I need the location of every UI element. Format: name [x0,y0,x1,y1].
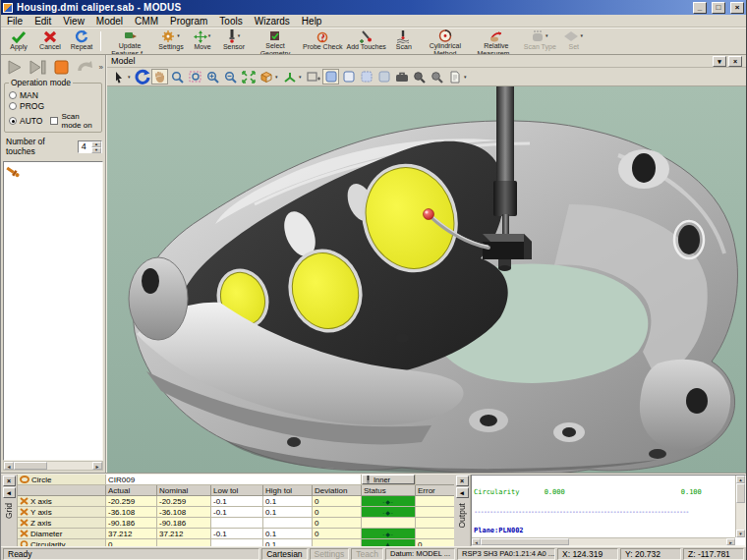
inner-button[interactable]: Inner [362,475,415,484]
status-cartesian-button[interactable]: Cartesian [261,548,307,560]
find-point-icon[interactable] [429,69,445,84]
select-cursor-icon[interactable] [110,69,127,84]
zoom-in-icon[interactable] [204,69,221,84]
menu-cmm[interactable]: CMM [129,15,164,28]
output-close-icon[interactable]: × [456,476,469,486]
scroll-thumb[interactable] [736,483,745,503]
cursor-dropdown-icon[interactable]: ▾ [128,74,133,80]
scroll-right-icon[interactable]: ▸ [92,462,102,470]
update-features-button[interactable]: Update Features f... [104,29,155,53]
output-horizontal-scrollbar[interactable]: ◂ ▸ [472,537,735,545]
grid-close-icon[interactable]: × [3,476,16,486]
play-to-end-button[interactable] [27,57,49,78]
menu-view[interactable]: View [57,15,90,28]
zoom-window-icon[interactable] [187,69,203,84]
panel-menu-button[interactable]: ▾ [713,56,726,67]
panel-close-button[interactable]: × [728,56,742,67]
menu-program[interactable]: Program [164,15,213,28]
fit-view-icon[interactable] [240,69,257,84]
touches-spinner[interactable]: 4 ▲▼ [78,140,102,153]
repeat-button[interactable]: Repeat [66,29,97,53]
cylindrical-method-button[interactable]: Cylindrical Method [420,29,471,53]
table-row-diameter[interactable]: Diameter 37.212 37.212 -0.1 0.1 0 -◆- [18,529,460,539]
toolbar-overflow-chevron[interactable]: » [99,63,103,72]
csys-dropdown-icon[interactable]: ▾ [299,74,304,80]
scroll-thumb[interactable] [14,462,47,470]
section-box-icon[interactable] [258,69,274,84]
radio-prog[interactable]: PROG [9,101,98,111]
grid-collapse-icon[interactable]: ◂ [3,487,16,498]
select-geometry-button[interactable]: Select Geometry [250,29,301,53]
add-touches-button[interactable]: Add Touches [344,29,387,53]
rotate-view-icon[interactable] [134,69,150,84]
menu-wizards[interactable]: Wizards [249,15,296,28]
csys-axis-icon[interactable] [281,69,298,84]
touches-value[interactable]: 4 [79,141,91,152]
scroll-thumb[interactable] [481,538,569,545]
probe-check-button[interactable]: Probe Check [301,29,344,53]
minimize-button[interactable]: _ [693,2,707,14]
output-tab-label[interactable]: Output [457,503,467,529]
scroll-left-icon[interactable]: ◂ [472,538,481,545]
close-button[interactable]: × [730,2,744,14]
scroll-left-icon[interactable]: ◂ [4,462,14,470]
wireframe-view-icon[interactable] [340,69,357,84]
undo-move-button[interactable] [74,57,96,78]
stop-button[interactable] [50,57,73,78]
scroll-down-icon[interactable]: ▾ [736,530,745,537]
scan-mode-checkbox-row[interactable]: Scan mode on [50,112,98,130]
menu-model[interactable]: Model [90,15,129,28]
output-vertical-scrollbar[interactable]: ▴ ▾ [735,476,745,537]
hidden-line-view-icon[interactable] [358,69,374,84]
table-row-circularity[interactable]: Circularity 0 0.1 ▲ 0 [18,539,460,546]
menu-edit[interactable]: Edit [29,15,57,28]
transparent-view-icon[interactable] [375,69,392,84]
set-button[interactable]: ▾ Set [558,29,590,53]
play-button[interactable] [3,57,26,78]
radio-auto[interactable]: AUTO [9,116,42,126]
radio-man-control[interactable] [9,91,17,99]
scan-type-button[interactable]: ▾ Scan Type [522,29,558,53]
menu-file[interactable]: File [1,15,29,28]
menu-tools[interactable]: Tools [213,15,248,28]
sensor-button[interactable]: ▾ Sensor [218,29,250,53]
report-view-icon[interactable] [446,69,463,84]
output-collapse-icon[interactable]: ◂ [456,487,469,498]
shaded-view-icon[interactable] [322,69,339,84]
scan-mode-checkbox[interactable] [50,117,58,125]
zoom-out-icon[interactable] [222,69,239,84]
status-settings-button[interactable]: Settings [310,548,350,560]
zoom-icon[interactable] [169,69,186,84]
move-button[interactable]: ▾ Move [187,29,218,53]
spinner-down-icon[interactable]: ▼ [91,147,101,153]
radio-auto-control[interactable] [9,117,17,125]
apply-button[interactable]: Apply [3,29,34,53]
section-dropdown-icon[interactable]: ▾ [275,74,280,80]
tree-horizontal-scrollbar[interactable]: ◂ ▸ [3,461,103,471]
output-text-area[interactable]: Circularity 0.000 0.100 ----------------… [471,475,746,546]
scroll-right-icon[interactable]: ▸ [726,538,735,545]
table-row-z-axis[interactable]: Z axis -90.186 -90.186 0 [18,518,460,529]
scroll-up-icon[interactable]: ▴ [736,476,745,483]
find-feature-icon[interactable] [411,69,428,84]
3d-viewport[interactable] [107,86,746,473]
pan-hand-icon[interactable] [151,69,168,84]
table-row-x-axis[interactable]: X axis -20.259 -20.259 -0.1 0.1 0 -◆- [18,496,460,507]
cancel-button[interactable]: Cancel [34,29,66,53]
status-teach-button[interactable]: Teach [351,548,383,560]
toolbox-icon[interactable] [393,69,410,84]
maximize-button[interactable]: □ [712,2,725,14]
scan-button[interactable]: Scan [388,29,420,53]
report-dropdown-icon[interactable]: ▾ [464,74,469,80]
grid-tab-label[interactable]: Grid [4,503,14,519]
program-tree[interactable] [3,161,103,461]
add-view-icon[interactable] [305,69,321,84]
radio-man[interactable]: MAN [9,90,98,100]
feature-name-cell[interactable]: CIR009 [106,475,362,485]
feature-row[interactable]: Circle CIR009 Inner [18,475,460,485]
relative-measurement-button[interactable]: Relative Measurem... [471,29,522,53]
settings-button[interactable]: ▾ Settings [155,29,187,53]
table-row-y-axis[interactable]: Y axis -36.108 -36.108 -0.1 0.1 0 -◆- [18,507,460,518]
tree-item-probe[interactable] [6,164,100,180]
menu-help[interactable]: Help [296,15,328,28]
